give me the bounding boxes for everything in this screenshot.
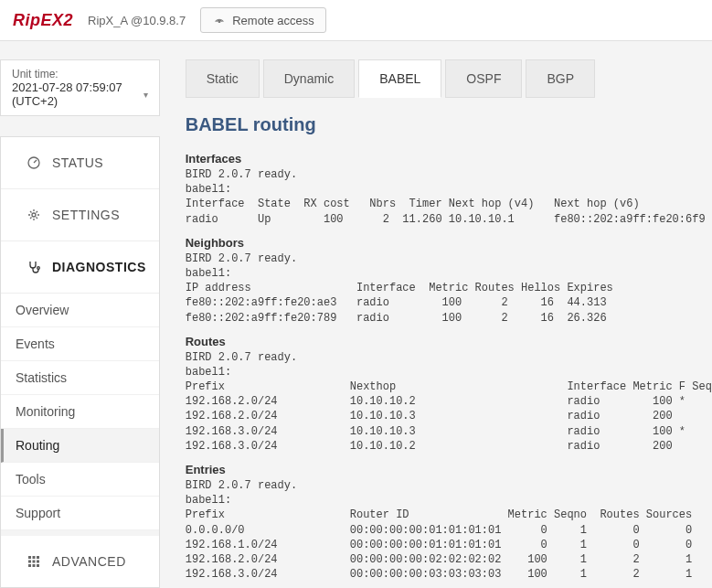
svg-rect-8 — [33, 561, 36, 563]
nav-sub-events[interactable]: Events — [1, 327, 159, 361]
nav-sub-tools[interactable]: Tools — [1, 463, 159, 497]
tab-dynamic[interactable]: Dynamic — [263, 59, 355, 98]
device-id: RipX_A @10.9.8.7 — [88, 14, 186, 27]
svg-rect-9 — [37, 561, 39, 563]
topbar: RipEX2 RipX_A @10.9.8.7 Remote access — [0, 0, 712, 41]
antenna-icon — [212, 13, 227, 27]
svg-rect-7 — [28, 561, 31, 563]
routing-tabs: Static Dynamic BABEL OSPF BGP — [186, 59, 712, 98]
main-content: Static Dynamic BABEL OSPF BGP BABEL rout… — [160, 41, 712, 588]
nav-sub-support[interactable]: Support — [1, 497, 159, 530]
stethoscope-icon — [27, 260, 41, 274]
page-title: BABEL routing — [186, 114, 712, 135]
chevron-down-icon[interactable]: ▾ — [143, 90, 148, 100]
unit-time-label: Unit time: — [12, 68, 148, 80]
section-neighbors-body: BIRD 2.0.7 ready. babel1: IP address Int… — [186, 251, 712, 326]
section-interfaces-title: Interfaces — [186, 152, 712, 166]
side-nav: STATUS SETTINGS DIAGNOSTICS Overview Eve… — [0, 136, 160, 588]
tab-bgp[interactable]: BGP — [526, 59, 595, 98]
nav-sub-routing[interactable]: Routing — [1, 429, 159, 463]
svg-point-0 — [218, 21, 220, 23]
nav-advanced[interactable]: ADVANCED — [1, 530, 159, 587]
section-routes-body: BIRD 2.0.7 ready. babel1: Prefix Nexthop… — [186, 350, 712, 454]
section-neighbors-title: Neighbors — [186, 236, 712, 250]
left-column: Unit time: 2021-07-28 07:59:07 (UTC+2) ▾… — [0, 41, 160, 588]
svg-rect-12 — [37, 564, 39, 567]
nav-settings[interactable]: SETTINGS — [1, 189, 159, 241]
gear-icon — [27, 208, 41, 222]
unit-time-box: Unit time: 2021-07-28 07:59:07 (UTC+2) ▾ — [0, 59, 160, 116]
nav-sub-monitoring[interactable]: Monitoring — [1, 395, 159, 429]
tab-static[interactable]: Static — [186, 59, 260, 98]
remote-access-label: Remote access — [232, 14, 314, 27]
nav-sub-overview[interactable]: Overview — [1, 294, 159, 327]
tab-ospf[interactable]: OSPF — [445, 59, 522, 98]
svg-point-2 — [32, 213, 36, 217]
nav-status[interactable]: STATUS — [1, 137, 159, 189]
svg-rect-4 — [28, 556, 31, 559]
section-interfaces-body: BIRD 2.0.7 ready. babel1: Interface Stat… — [186, 167, 712, 227]
remote-access-button[interactable]: Remote access — [200, 7, 326, 33]
nav-sub-statistics[interactable]: Statistics — [1, 361, 159, 395]
svg-rect-5 — [33, 556, 36, 559]
logo: RipEX2 — [13, 11, 73, 30]
grid-icon — [27, 554, 41, 569]
section-entries-body: BIRD 2.0.7 ready. babel1: Prefix Router … — [186, 478, 712, 582]
svg-rect-11 — [33, 564, 36, 567]
section-routes-title: Routes — [186, 335, 712, 348]
svg-rect-6 — [37, 556, 39, 559]
section-entries-title: Entries — [186, 463, 712, 476]
tab-babel[interactable]: BABEL — [358, 59, 441, 98]
svg-rect-10 — [28, 564, 31, 567]
svg-point-3 — [37, 267, 40, 270]
gauge-icon — [27, 155, 41, 170]
unit-time-value: 2021-07-28 07:59:07 (UTC+2) — [12, 80, 143, 108]
nav-diagnostics[interactable]: DIAGNOSTICS — [1, 241, 159, 294]
